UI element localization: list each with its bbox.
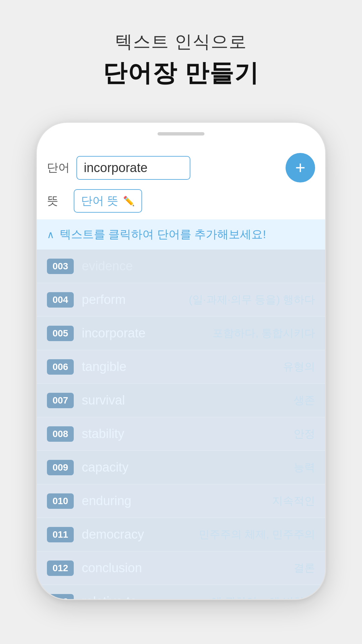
- meaning-label: 뜻: [47, 193, 67, 209]
- phone-mockup: 단어 + 뜻 단어 뜻 ✏️ ∧ 텍스트를 클릭하여 단어를 추: [37, 123, 325, 599]
- phone-content: 단어 + 뜻 단어 뜻 ✏️ ∧ 텍스트를 클릭하여 단어를 추: [37, 143, 325, 599]
- word-english: capacity: [82, 460, 162, 475]
- word-number-badge: 008: [47, 426, 74, 442]
- phone-speaker: [158, 132, 204, 136]
- word-number-badge: 010: [47, 493, 74, 509]
- word-row[interactable]: 005incorporate포함하다, 통합시키다: [37, 317, 325, 350]
- word-list: 003evidence004perform(일·과제·의무 등을) 행하다005…: [37, 250, 325, 599]
- word-english: relative to: [82, 594, 162, 599]
- definition-box[interactable]: 단어 뜻 ✏️: [74, 189, 142, 213]
- hint-bar: ∧ 텍스트를 클릭하여 단어를 추가해보세요!: [37, 219, 325, 250]
- hint-text: 텍스트를 클릭하여 단어를 추가해보세요!: [60, 227, 266, 242]
- word-english: conclusion: [82, 561, 162, 575]
- word-english: incorporate: [82, 326, 162, 340]
- word-english: evidence: [82, 259, 162, 273]
- word-row[interactable]: 009capacity능력: [37, 451, 325, 484]
- word-row[interactable]: 006tangible유형의: [37, 350, 325, 384]
- word-korean-meaning: (일·과제·의무 등을) 행하다: [189, 292, 315, 307]
- word-korean-meaning: 안정: [294, 427, 315, 441]
- word-label: 단어: [47, 160, 70, 175]
- word-row[interactable]: 003evidence: [37, 250, 325, 283]
- word-row[interactable]: 008stability안정: [37, 417, 325, 451]
- word-korean-meaning: 결론: [294, 561, 315, 576]
- word-row[interactable]: 012conclusion결론: [37, 551, 325, 585]
- word-row[interactable]: 004perform(일·과제·의무 등을) 행하다: [37, 283, 325, 317]
- add-button[interactable]: +: [286, 153, 315, 182]
- word-english: tangible: [82, 360, 162, 374]
- word-korean-meaning: 민주주의 체제, 민주주의: [199, 527, 315, 542]
- search-area: 단어 +: [37, 143, 325, 189]
- word-korean-meaning: 지속적인: [272, 494, 315, 508]
- word-row[interactable]: 011democracy민주주의 체제, 민주주의: [37, 518, 325, 551]
- edit-icon: ✏️: [123, 196, 135, 207]
- word-number-badge: 011: [47, 527, 74, 542]
- word-english: enduring: [82, 494, 162, 508]
- header-subtitle: 텍스트 인식으로: [103, 30, 259, 54]
- word-english: democracy: [82, 527, 162, 542]
- word-row[interactable]: 013relative to~에 관하여, ~에 비하여: [37, 585, 325, 599]
- word-korean-meaning: 능력: [294, 460, 315, 475]
- word-number-badge: 012: [47, 560, 74, 576]
- word-number-badge: 003: [47, 259, 74, 274]
- word-row[interactable]: 007survival생존: [37, 384, 325, 417]
- header-title: 단어장 만들기: [103, 57, 259, 89]
- word-korean-meaning: 생존: [294, 393, 315, 408]
- word-number-badge: 009: [47, 460, 74, 475]
- word-number-badge: 005: [47, 326, 74, 341]
- plus-icon: +: [295, 159, 305, 176]
- word-korean-meaning: 포함하다, 통합시키다: [213, 326, 315, 341]
- word-input[interactable]: [76, 156, 190, 180]
- word-number-badge: 006: [47, 359, 74, 375]
- word-english: stability: [82, 427, 162, 441]
- word-english: survival: [82, 393, 162, 408]
- word-number-badge: 004: [47, 292, 74, 308]
- definition-row: 뜻 단어 뜻 ✏️: [37, 189, 325, 219]
- word-english: perform: [82, 292, 162, 307]
- definition-text: 단어 뜻: [81, 193, 118, 209]
- phone-shell: 단어 + 뜻 단어 뜻 ✏️ ∧ 텍스트를 클릭하여 단어를 추: [37, 123, 325, 599]
- page-background: 텍스트 인식으로 단어장 만들기 단어 + 뜻 단: [0, 0, 362, 644]
- word-row[interactable]: 010enduring지속적인: [37, 484, 325, 518]
- word-korean-meaning: ~에 관하여, ~에 비하여: [205, 594, 315, 599]
- header-section: 텍스트 인식으로 단어장 만들기: [103, 30, 259, 89]
- word-korean-meaning: 유형의: [283, 360, 315, 374]
- word-number-badge: 013: [47, 594, 74, 599]
- chevron-up-icon: ∧: [47, 229, 54, 240]
- word-number-badge: 007: [47, 393, 74, 408]
